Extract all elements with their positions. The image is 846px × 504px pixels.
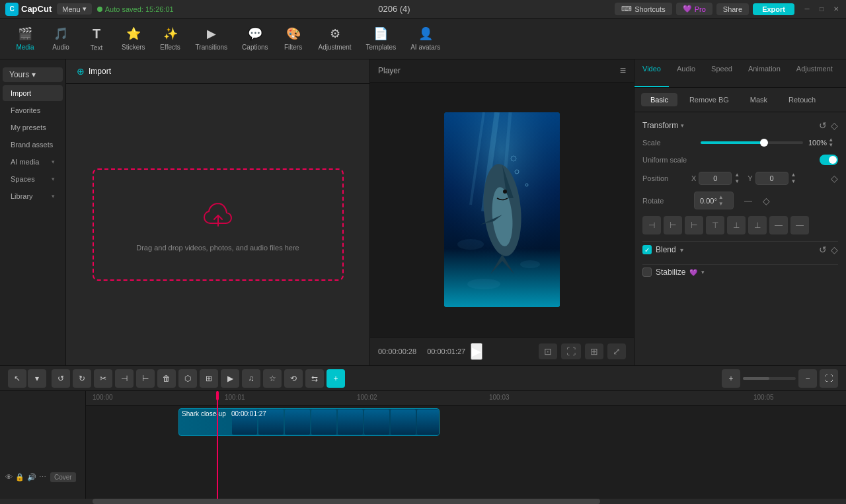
undo-button[interactable]: ↺ <box>52 369 70 388</box>
align-extra-button[interactable]: — <box>790 216 809 234</box>
sidebar-item-library[interactable]: Library ▾ <box>3 188 63 204</box>
sub-tab-mask[interactable]: Mask <box>741 93 777 106</box>
sidebar-item-favorites[interactable]: Favorites <box>3 102 63 118</box>
redo-button[interactable]: ↻ <box>73 369 91 388</box>
select-button[interactable]: ↖ <box>8 369 26 388</box>
import-button[interactable]: ⊕ Import <box>77 66 111 77</box>
align-bottom-button[interactable]: ⊥ <box>748 216 767 234</box>
cover-label[interactable]: Cover <box>50 472 76 482</box>
align-center-h-button[interactable]: ⊢ <box>664 216 682 234</box>
flip-h-button[interactable]: ⇆ <box>305 369 324 388</box>
pos-y-up[interactable]: ▲ <box>791 172 796 178</box>
player-menu-button[interactable]: ≡ <box>620 65 626 77</box>
zoom-out-button[interactable]: − <box>798 369 817 388</box>
rotate-value[interactable]: 0.00° ▲ ▼ <box>694 192 734 209</box>
sidebar-item-brand-assets[interactable]: Brand assets <box>3 137 63 153</box>
sub-tab-retouch[interactable]: Retouch <box>779 93 825 106</box>
yours-selector[interactable]: Yours ▾ <box>3 67 63 82</box>
tab-speed[interactable]: Speed <box>703 59 740 87</box>
full-timeline-button[interactable]: ⛶ <box>820 369 838 388</box>
tab-animation[interactable]: Animation <box>740 59 788 87</box>
align-top-button[interactable]: ⊤ <box>706 216 724 234</box>
tool-media[interactable]: 🎬 Media <box>8 22 42 55</box>
transform-tl-button[interactable]: ⟲ <box>284 369 303 388</box>
rotate-up[interactable]: ▲ <box>718 194 724 201</box>
rotate-down[interactable]: ▼ <box>718 201 724 207</box>
tool-stickers[interactable]: ⭐ Stickers <box>115 22 152 55</box>
aspect-ratio-button[interactable]: ⊞ <box>585 343 603 359</box>
maximize-button[interactable]: □ <box>817 5 826 14</box>
align-center-v-button[interactable]: ⊥ <box>727 216 746 234</box>
sub-tab-remove-bg[interactable]: Remove BG <box>680 93 738 106</box>
track-more-button[interactable]: ⋯ <box>39 473 46 482</box>
scale-slider[interactable] <box>701 141 803 144</box>
sidebar-item-import[interactable]: Import <box>3 85 63 101</box>
tool-transitions[interactable]: ▶ Transitions <box>189 22 235 55</box>
crop-button[interactable]: ⬡ <box>178 369 197 388</box>
export-button[interactable]: Export <box>753 3 794 15</box>
reset-transform-button[interactable]: ↺ <box>819 120 827 131</box>
sidebar-item-ai-media[interactable]: AI media ▾ <box>3 154 63 170</box>
delete-button[interactable]: 🗑 <box>157 369 176 388</box>
reset-position-button[interactable]: ◇ <box>831 173 838 184</box>
tool-audio[interactable]: 🎵 Audio <box>44 22 78 55</box>
scale-down-button[interactable]: ▼ <box>828 143 833 148</box>
zoom-track[interactable] <box>743 377 796 380</box>
minimize-button[interactable]: ─ <box>802 5 812 14</box>
pos-x-up[interactable]: ▲ <box>734 172 740 178</box>
zoom-in-button[interactable]: + <box>722 369 740 388</box>
expand-button[interactable]: ⤢ <box>607 343 626 359</box>
track-audio-button[interactable]: 🔊 <box>27 473 36 482</box>
pos-x-down[interactable]: ▼ <box>734 178 740 185</box>
keyframe-transform-button[interactable]: ◇ <box>831 120 838 131</box>
tool-text[interactable]: T Text <box>79 22 114 55</box>
tab-audio[interactable]: Audio <box>669 59 703 87</box>
fit-screen-button[interactable]: ⊡ <box>539 343 557 359</box>
share-button[interactable]: Share <box>716 3 749 15</box>
star-button[interactable]: ☆ <box>263 369 282 388</box>
tab-ai-style[interactable]: AI style <box>841 59 846 87</box>
sidebar-item-my-presets[interactable]: My presets <box>3 120 63 135</box>
more-button[interactable]: + <box>327 369 345 388</box>
pos-y-down[interactable]: ▼ <box>791 178 796 185</box>
tool-effects[interactable]: ✨ Effects <box>153 22 188 55</box>
menu-button[interactable]: Menu ▾ <box>57 3 92 15</box>
position-y-value[interactable]: 0 <box>755 172 788 185</box>
fullscreen-button[interactable]: ⛶ <box>561 343 581 359</box>
blend-checkbox[interactable]: ✓ <box>642 245 652 254</box>
tab-video[interactable]: Video <box>634 59 669 87</box>
reset-blend-button[interactable]: ↺ <box>819 244 827 255</box>
uniform-scale-toggle[interactable] <box>820 155 838 165</box>
tool-adjustment[interactable]: ⚙ Adjustment <box>312 22 358 55</box>
align-left-button[interactable]: ⊣ <box>642 216 661 234</box>
shortcuts-button[interactable]: ⌨ Shortcuts <box>615 3 672 15</box>
trim-left-button[interactable]: ⊣ <box>115 369 134 388</box>
track-lock-button[interactable]: 🔒 <box>15 473 24 482</box>
tool-templates[interactable]: 📄 Templates <box>360 22 403 55</box>
tool-ai-avatars[interactable]: 👤 AI avatars <box>404 22 447 55</box>
horizontal-scrollbar[interactable] <box>0 499 846 504</box>
track-visibility-button[interactable]: 👁 <box>5 473 13 481</box>
select-arrow-down-button[interactable]: ▾ <box>28 369 46 388</box>
pro-button[interactable]: 💜 Pro <box>676 3 712 15</box>
align-right-button[interactable]: ⊢ <box>685 216 703 234</box>
trim-right-button[interactable]: ⊢ <box>136 369 155 388</box>
tool-filters[interactable]: 🎨 Filters <box>276 22 311 55</box>
drop-zone[interactable]: Drag and drop videos, photos, and audio … <box>93 168 344 281</box>
tool-captions[interactable]: 💬 Captions <box>235 22 274 55</box>
resize-button[interactable]: ⊞ <box>200 369 218 388</box>
play-timeline-button[interactable]: ▶ <box>221 369 239 388</box>
close-button[interactable]: ✕ <box>831 5 841 14</box>
tab-adjustment[interactable]: Adjustment <box>788 59 841 87</box>
rotate-keyframe-button[interactable]: ◇ <box>763 196 770 206</box>
stabilize-checkbox[interactable] <box>642 268 652 277</box>
audio-mix-button[interactable]: ♫ <box>242 369 260 388</box>
keyframe-blend-button[interactable]: ◇ <box>831 244 838 255</box>
sidebar-item-spaces[interactable]: Spaces ▾ <box>3 171 63 187</box>
sub-tab-basic[interactable]: Basic <box>641 93 677 106</box>
split-button[interactable]: ✂ <box>94 369 112 388</box>
align-more-button[interactable]: — <box>769 216 788 234</box>
position-x-value[interactable]: 0 <box>699 172 732 185</box>
logo-button[interactable]: C CapCut <box>5 3 52 16</box>
play-button[interactable]: ▶ <box>471 343 482 360</box>
